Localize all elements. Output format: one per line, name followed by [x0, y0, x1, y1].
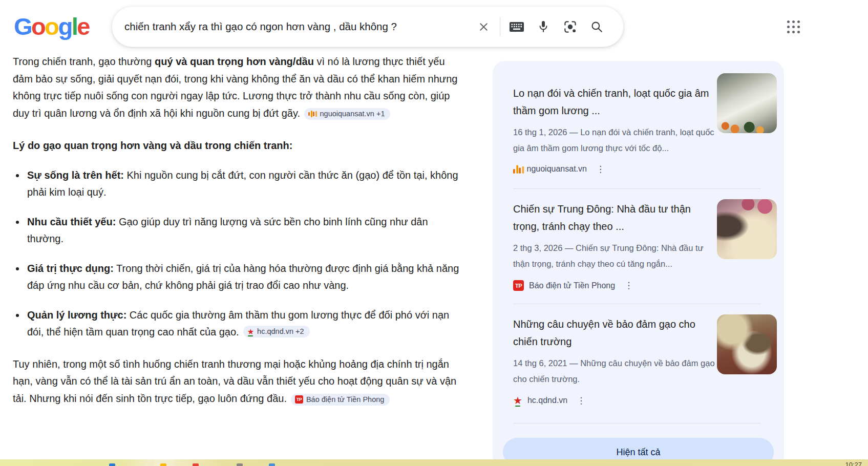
source-chip-tienphong[interactable]: TPBáo điện tử Tiền Phong [291, 394, 390, 406]
source-chip-label: nguoiquansat.vn +1 [320, 110, 385, 118]
apps-grid-icon[interactable] [787, 20, 800, 34]
logo-letter: o [31, 13, 45, 40]
logo-letter: e [77, 13, 89, 40]
news-snippet: 14 thg 6, 2021 — Những câu chuyện về bảo… [513, 355, 717, 387]
answer-heading: Lý do gạo quan trọng hơn vàng và dầu tro… [13, 137, 463, 155]
bullet-lead: Nhu cầu thiết yếu: [27, 216, 116, 227]
taskbar-strip: 10:27 [0, 459, 868, 466]
news-card[interactable]: Những câu chuyện về bảo đảm gạo cho chiế… [513, 315, 777, 406]
card-divider [513, 304, 761, 304]
taskbar-icon-fragment[interactable] [269, 463, 275, 466]
list-item: Quản lý lương thực: Các quốc gia thường … [13, 307, 463, 341]
ai-answer-block: Trong chiến tranh, gạo thường quý và qua… [13, 53, 463, 407]
answer-text: Trong chiến tranh, gạo thường [13, 56, 155, 67]
logo-letter: l [72, 13, 77, 40]
more-options-icon[interactable]: ⋮ [624, 281, 633, 290]
answer-paragraph-1: Trong chiến tranh, gạo thường quý và qua… [13, 53, 463, 122]
news-source-label[interactable]: nguoiquansat.vn [527, 164, 587, 174]
news-title-link[interactable]: Chiến sự Trung Đông: Nhà đầu tư thận trọ… [513, 200, 717, 235]
tienphong-favicon: TP [513, 280, 524, 291]
hcqdnd-favicon: ★ [247, 328, 254, 335]
nguoiquansat-favicon [308, 111, 317, 117]
answer-bold-text: quý và quan trọng hơn vàng/dầu [155, 56, 314, 67]
lens-icon[interactable] [557, 13, 583, 40]
logo-letter: g [58, 13, 72, 40]
reasons-list: Sự sống là trên hết: Khi nguồn cung bị c… [13, 167, 463, 341]
source-chip-label: Báo điện tử Tiền Phong [306, 395, 384, 404]
searchbar-divider [500, 17, 500, 36]
google-logo[interactable]: Google [14, 13, 89, 40]
search-input[interactable]: chiến tranh xẩy ra thì gạo có ngon hơn v… [124, 20, 470, 33]
search-bar[interactable]: chiến tranh xẩy ra thì gạo có ngon hơn v… [112, 6, 624, 47]
bullet-lead: Sự sống là trên hết: [27, 170, 124, 181]
more-options-icon[interactable]: ⋮ [596, 165, 605, 174]
list-item: Nhu cầu thiết yếu: Gạo giúp duy trì năng… [13, 214, 463, 248]
taskbar-icon-fragment[interactable] [237, 463, 243, 466]
news-panel: Lo nạn đói và chiến tranh, loạt quốc gia… [493, 61, 784, 466]
search-icon[interactable] [583, 13, 610, 40]
nguoiquansat-favicon [513, 165, 524, 173]
bullet-lead: Quản lý lương thực: [27, 309, 126, 321]
taskbar-icon-fragment[interactable] [160, 463, 166, 466]
news-title-link[interactable]: Lo nạn đói và chiến tranh, loạt quốc gia… [513, 84, 717, 119]
news-card[interactable]: Lo nạn đói và chiến tranh, loạt quốc gia… [513, 84, 777, 174]
clear-icon[interactable] [470, 13, 497, 40]
keyboard-icon[interactable] [503, 13, 530, 40]
taskbar-clock: 10:27 [845, 461, 862, 466]
source-chip-hcqdnd[interactable]: ★hc.qdnd.vn +2 [243, 326, 310, 337]
more-options-icon[interactable]: ⋮ [577, 396, 585, 405]
news-title-link[interactable]: Những câu chuyện về bảo đảm gạo cho chiế… [513, 315, 717, 350]
taskbar-icon-fragment[interactable] [109, 463, 115, 466]
logo-letter: o [45, 13, 58, 40]
list-item: Giá trị thực dụng: Trong thời chiến, giá… [13, 260, 463, 294]
search-header: Google chiến tranh xẩy ra thì gạo có ngo… [0, 0, 868, 53]
card-divider [513, 423, 761, 423]
source-chip-nguoiquansat[interactable]: nguoiquansat.vn +1 [304, 108, 390, 120]
answer-text: Tuy nhiên, trong một số tình huống chiến… [13, 358, 456, 404]
news-snippet: 2 thg 3, 2026 — Chiến sự Trung Đông: Nhà… [513, 240, 717, 272]
microphone-icon[interactable] [530, 13, 557, 40]
hcqdnd-favicon: ★ [513, 395, 522, 406]
news-thumbnail-rice-cart[interactable] [717, 314, 777, 374]
source-chip-label: hc.qdnd.vn +2 [257, 327, 304, 336]
google-search-results-page: Google chiến tranh xẩy ra thì gạo có ngo… [0, 0, 868, 466]
news-card[interactable]: Chiến sự Trung Đông: Nhà đầu tư thận trọ… [513, 200, 777, 291]
news-thumbnail-rice-sacks[interactable] [717, 73, 777, 133]
news-source-label[interactable]: Báo điện tử Tiền Phong [529, 281, 615, 290]
taskbar-icon-fragment[interactable] [193, 463, 199, 466]
tienphong-favicon: TP [295, 395, 303, 404]
news-thumbnail-gold-shop[interactable] [717, 199, 777, 259]
answer-paragraph-2: Tuy nhiên, trong một số tình huống chiến… [13, 356, 463, 408]
bullet-lead: Giá trị thực dụng: [27, 263, 114, 274]
logo-letter: G [14, 13, 31, 40]
list-item: Sự sống là trên hết: Khi nguồn cung bị c… [13, 167, 463, 201]
card-divider [513, 188, 761, 189]
news-source-label[interactable]: hc.qdnd.vn [527, 396, 567, 405]
news-snippet: 16 thg 1, 2026 — Lo nạn đói và chiến tra… [513, 124, 717, 156]
